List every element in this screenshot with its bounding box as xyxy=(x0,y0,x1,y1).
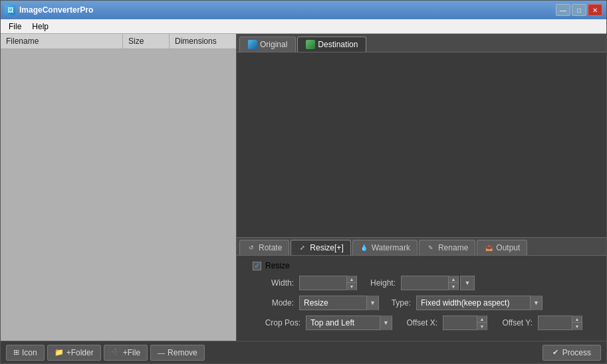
offsetx-spinbox[interactable]: 0 ▲ ▼ xyxy=(443,316,487,330)
offsety-input[interactable]: 0 xyxy=(539,316,572,329)
col-header-filename: Filename xyxy=(1,34,123,48)
tab-output[interactable]: 📤 Output xyxy=(477,240,527,255)
menu-file[interactable]: File xyxy=(3,21,27,33)
bottom-toolbar: ⊞ Icon 📁 +Folder ➕ +File — Remove ✔ Proc… xyxy=(1,341,606,363)
width-spinbox[interactable]: 640 ▲ ▼ xyxy=(299,276,357,290)
app-icon: 🖼 xyxy=(5,5,15,15)
offsety-up-button[interactable]: ▲ xyxy=(572,316,582,323)
croppos-offset-row: Crop Pos: Top and Left ▼ Offset X: 0 ▲ ▼… xyxy=(247,316,596,330)
mode-arrow-icon: ▼ xyxy=(366,296,378,310)
right-panel: Original Destination ↺ Rotate ⤢ Resize[+… xyxy=(237,34,606,341)
width-input[interactable]: 640 xyxy=(300,276,346,290)
height-up-button[interactable]: ▲ xyxy=(449,276,458,283)
height-down-button[interactable]: ▼ xyxy=(449,283,458,290)
width-up-button[interactable]: ▲ xyxy=(347,276,356,283)
tab-rotate[interactable]: ↺ Rotate xyxy=(239,240,289,255)
process-button[interactable]: ✔ Process xyxy=(543,345,601,361)
type-arrow-icon: ▼ xyxy=(530,296,542,310)
offsetx-label: Offset X: xyxy=(398,318,437,327)
file-list-body xyxy=(1,49,236,341)
width-height-row: Width: 640 ▲ ▼ Height: 480 ▲ xyxy=(247,276,596,290)
title-bar: 🖼 ImageConverterPro — □ ✕ xyxy=(1,1,606,19)
bottom-left-buttons: ⊞ Icon 📁 +Folder ➕ +File — Remove xyxy=(6,345,205,361)
height-spinbox[interactable]: 480 ▲ ▼ xyxy=(401,276,459,290)
col-header-size: Size xyxy=(123,34,170,48)
tab-resize[interactable]: ⤢ Resize[+] xyxy=(291,240,350,255)
type-dropdown[interactable]: Fixed width(keep aspect) ▼ xyxy=(416,296,543,310)
preview-area xyxy=(237,52,606,237)
settings-panel: Resize Width: 640 ▲ ▼ Height: xyxy=(237,256,606,341)
mode-dropdown[interactable]: Resize ▼ xyxy=(299,296,379,310)
offsetx-up-button[interactable]: ▲ xyxy=(477,316,487,323)
croppos-label: Crop Pos: xyxy=(247,318,301,327)
rotate-icon: ↺ xyxy=(247,243,256,252)
remove-button[interactable]: — Remove xyxy=(150,345,205,361)
mode-type-row: Mode: Resize ▼ Type: Fixed width(keep as… xyxy=(247,296,596,310)
resize-icon: ⤢ xyxy=(298,243,307,252)
process-icon: ✔ xyxy=(552,348,558,357)
width-down-button[interactable]: ▼ xyxy=(347,283,356,290)
remove-icon: — xyxy=(158,349,165,357)
offsety-label: Offset Y: xyxy=(493,318,533,327)
close-button[interactable]: ✕ xyxy=(588,4,602,16)
main-window: 🖼 ImageConverterPro — □ ✕ File Help File… xyxy=(0,0,607,364)
tab-destination[interactable]: Destination xyxy=(297,37,366,52)
output-icon: 📤 xyxy=(484,243,493,252)
rename-icon: ✎ xyxy=(426,243,435,252)
offsetx-input[interactable]: 0 xyxy=(443,316,477,329)
file-panel: Filename Size Dimensions xyxy=(1,34,237,341)
minimize-button[interactable]: — xyxy=(556,4,570,16)
add-file-button[interactable]: ➕ +File xyxy=(104,345,148,361)
tool-tabs: ↺ Rotate ⤢ Resize[+] 💧 Watermark ✎ Renam… xyxy=(237,237,606,256)
maximize-button[interactable]: □ xyxy=(572,4,586,16)
main-content: Filename Size Dimensions Original Destin… xyxy=(1,34,606,341)
offsetx-down-button[interactable]: ▼ xyxy=(477,323,487,330)
menu-help[interactable]: Help xyxy=(27,21,54,33)
resize-checkbox[interactable] xyxy=(253,262,261,270)
col-header-dimensions: Dimensions xyxy=(170,34,236,48)
type-value: Fixed width(keep aspect) xyxy=(417,298,530,308)
mode-value: Resize xyxy=(300,298,366,308)
croppos-arrow-icon: ▼ xyxy=(380,316,392,330)
width-label: Width: xyxy=(247,278,294,288)
height-input[interactable]: 480 xyxy=(402,276,448,290)
add-file-icon: ➕ xyxy=(111,348,120,357)
tab-watermark[interactable]: 💧 Watermark xyxy=(352,240,418,255)
destination-tab-icon xyxy=(306,40,315,49)
preview-tabs: Original Destination xyxy=(237,34,606,52)
icon-view-button[interactable]: ⊞ Icon xyxy=(6,345,45,361)
height-dropdown-button[interactable]: ▼ xyxy=(460,276,475,290)
croppos-dropdown[interactable]: Top and Left ▼ xyxy=(306,316,392,330)
original-tab-icon xyxy=(248,40,257,49)
app-title: ImageConverterPro xyxy=(19,5,93,15)
watermark-icon: 💧 xyxy=(360,243,369,252)
add-folder-icon: 📁 xyxy=(55,348,64,357)
icon-view-icon: ⊞ xyxy=(13,348,19,357)
add-folder-button[interactable]: 📁 +Folder xyxy=(47,345,101,361)
resize-checkbox-label: Resize xyxy=(265,261,290,270)
resize-checkbox-row: Resize xyxy=(247,261,596,270)
offsety-spinbox[interactable]: 0 ▲ ▼ xyxy=(538,316,582,330)
menu-bar: File Help xyxy=(1,19,606,34)
type-label: Type: xyxy=(384,298,411,308)
window-controls: — □ ✕ xyxy=(556,4,602,16)
croppos-value: Top and Left xyxy=(306,318,380,327)
file-list-header: Filename Size Dimensions xyxy=(1,34,236,49)
tab-rename[interactable]: ✎ Rename xyxy=(419,240,475,255)
offsety-down-button[interactable]: ▼ xyxy=(572,323,582,330)
tab-original[interactable]: Original xyxy=(239,37,296,52)
mode-label: Mode: xyxy=(247,298,294,308)
height-label: Height: xyxy=(362,278,396,288)
